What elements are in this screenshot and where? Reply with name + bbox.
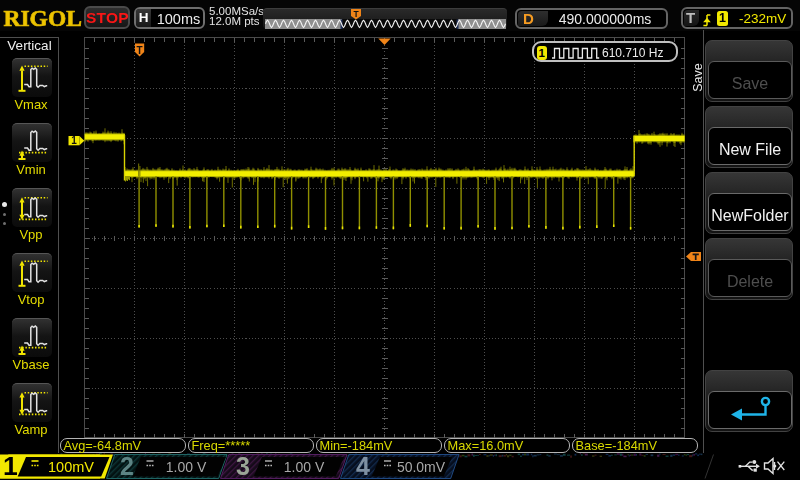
svg-text:1.00 V: 1.00 V — [166, 459, 207, 475]
svg-text:1: 1 — [3, 453, 18, 480]
svg-text:50.0mV: 50.0mV — [397, 459, 446, 475]
svg-text:1.00 V: 1.00 V — [284, 459, 325, 475]
svg-text:3: 3 — [236, 453, 250, 480]
svg-text:4: 4 — [356, 453, 370, 480]
svg-text:2: 2 — [120, 453, 134, 480]
svg-text:100mV: 100mV — [48, 459, 94, 475]
